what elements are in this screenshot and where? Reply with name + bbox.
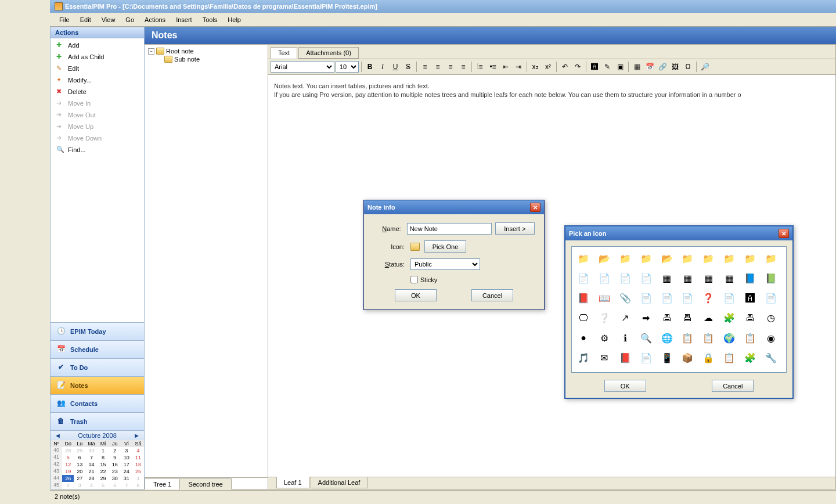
menu-go[interactable]: Go bbox=[121, 15, 139, 25]
picker-titlebar[interactable]: Pick an icon ✕ bbox=[565, 226, 792, 240]
dialog-titlebar[interactable]: Note info ✕ bbox=[364, 200, 544, 214]
picker-icon[interactable]: 📖 bbox=[597, 291, 611, 305]
align-left-button[interactable]: ≡ bbox=[419, 61, 431, 73]
cal-day[interactable]: 29 bbox=[98, 475, 109, 482]
leaf-tab-1[interactable]: Leaf 1 bbox=[276, 477, 309, 488]
picker-icon[interactable]: 📁 bbox=[764, 251, 778, 265]
picker-icon[interactable]: ◷ bbox=[764, 311, 778, 325]
picker-icon[interactable]: 🧩 bbox=[743, 351, 757, 365]
picker-icon[interactable]: 📋 bbox=[680, 331, 694, 345]
cal-day[interactable]: 44 bbox=[51, 475, 62, 482]
cal-day[interactable]: 11 bbox=[132, 454, 144, 461]
cal-day[interactable]: 28 bbox=[85, 475, 97, 482]
close-icon[interactable]: ✕ bbox=[779, 229, 789, 238]
cal-day[interactable]: 13 bbox=[74, 461, 85, 468]
picker-icon[interactable]: 🖵 bbox=[576, 311, 590, 325]
picker-icon[interactable]: ↗ bbox=[618, 311, 632, 325]
picker-icon[interactable]: ❓ bbox=[701, 291, 715, 305]
cal-day[interactable]: 30 bbox=[85, 447, 97, 454]
cal-day[interactable]: 28 bbox=[62, 447, 74, 454]
tree-child-node[interactable]: Sub note bbox=[164, 55, 264, 63]
picker-icon[interactable]: 📎 bbox=[618, 291, 632, 305]
picker-icon[interactable]: 🔧 bbox=[764, 351, 778, 365]
list-bullet-button[interactable]: •≡ bbox=[487, 61, 499, 73]
picker-icon[interactable]: 🔒 bbox=[701, 351, 715, 365]
picker-icon[interactable]: 📁 bbox=[701, 251, 715, 265]
menu-tools[interactable]: Tools bbox=[198, 15, 222, 25]
cal-day[interactable]: 23 bbox=[109, 468, 121, 475]
name-input[interactable] bbox=[407, 223, 492, 235]
cal-day[interactable]: 2 bbox=[109, 447, 121, 454]
cal-day[interactable]: 25 bbox=[132, 468, 144, 475]
cal-day[interactable]: 30 bbox=[109, 475, 121, 482]
cal-day[interactable]: 1 bbox=[98, 447, 109, 454]
picker-icon[interactable]: 🔍 bbox=[639, 331, 653, 345]
align-right-button[interactable]: ≡ bbox=[445, 61, 456, 73]
cal-day[interactable]: 18 bbox=[132, 461, 144, 468]
menu-file[interactable]: File bbox=[55, 15, 74, 25]
cal-day[interactable]: 22 bbox=[98, 468, 109, 475]
indent-button[interactable]: ⇥ bbox=[513, 61, 524, 73]
picker-icon[interactable]: 📁 bbox=[618, 251, 632, 265]
cancel-button[interactable]: Cancel bbox=[471, 289, 513, 301]
cal-day[interactable]: 12 bbox=[62, 461, 74, 468]
cal-day[interactable]: 4 bbox=[85, 482, 97, 489]
close-icon[interactable]: ✕ bbox=[530, 203, 540, 212]
cal-day[interactable]: 6 bbox=[74, 454, 85, 461]
picker-icon[interactable]: 🖶 bbox=[660, 311, 674, 325]
ok-button[interactable]: OK bbox=[395, 289, 437, 301]
cal-day[interactable]: 4 bbox=[132, 447, 144, 454]
picker-icon[interactable]: 🖶 bbox=[743, 311, 757, 325]
picker-icon[interactable]: 📄 bbox=[639, 351, 653, 365]
action-add[interactable]: Add bbox=[51, 39, 144, 51]
cal-day[interactable]: 16 bbox=[109, 461, 121, 468]
picker-icon[interactable]: ◉ bbox=[764, 331, 778, 345]
calendar-grid[interactable]: NºDoLuMaMiJuViSá402829301234415678910114… bbox=[51, 440, 144, 489]
undo-button[interactable]: ↶ bbox=[559, 61, 571, 73]
picker-icon[interactable]: 📋 bbox=[701, 331, 715, 345]
cal-day[interactable]: 2 bbox=[62, 482, 74, 489]
cal-next-icon[interactable]: ► bbox=[132, 432, 142, 439]
picker-icon[interactable]: 📱 bbox=[660, 351, 674, 365]
action-delete[interactable]: Delete bbox=[51, 86, 144, 98]
cal-day[interactable]: 26 bbox=[62, 475, 74, 482]
picker-cancel-button[interactable]: Cancel bbox=[712, 380, 754, 392]
collapse-icon[interactable]: − bbox=[148, 48, 154, 55]
picker-icon[interactable]: ➡ bbox=[639, 311, 653, 325]
picker-icon[interactable]: 📁 bbox=[639, 251, 653, 265]
action-find-[interactable]: Find... bbox=[51, 144, 144, 156]
nav-epim-today[interactable]: 🕓EPIM Today bbox=[51, 322, 144, 340]
cal-day[interactable]: 31 bbox=[121, 475, 132, 482]
picker-icon[interactable]: 📄 bbox=[639, 291, 653, 305]
insert-link-button[interactable]: 🔗 bbox=[657, 61, 668, 73]
picker-icon[interactable]: 📄 bbox=[660, 291, 674, 305]
picker-icon[interactable]: 🎵 bbox=[576, 351, 590, 365]
font-color-button[interactable]: 🅰 bbox=[589, 61, 600, 73]
picker-icon[interactable]: ▦ bbox=[701, 271, 715, 285]
cal-day[interactable]: 19 bbox=[62, 468, 74, 475]
superscript-button[interactable]: x² bbox=[542, 61, 554, 73]
cal-day[interactable]: 6 bbox=[109, 482, 121, 489]
highlight-button[interactable]: ✎ bbox=[601, 61, 613, 73]
picker-icon[interactable]: ⚙ bbox=[597, 331, 611, 345]
picker-icon[interactable]: 📋 bbox=[722, 351, 736, 365]
picker-icon[interactable]: 🌍 bbox=[722, 331, 736, 345]
font-size-select[interactable]: 10 bbox=[336, 61, 359, 73]
cal-day[interactable]: 10 bbox=[121, 454, 132, 461]
find-button[interactable]: 🔎 bbox=[699, 61, 711, 73]
cal-day[interactable]: 8 bbox=[98, 454, 109, 461]
cal-day[interactable]: 29 bbox=[74, 447, 85, 454]
picker-icon[interactable]: 📄 bbox=[680, 291, 694, 305]
picker-icon[interactable]: 📕 bbox=[576, 291, 590, 305]
picker-icon[interactable]: ▦ bbox=[660, 271, 674, 285]
picker-icon[interactable]: ☁ bbox=[701, 311, 715, 325]
cal-day[interactable]: 20 bbox=[74, 468, 85, 475]
picker-icon[interactable]: 📄 bbox=[722, 291, 736, 305]
insert-pic-button[interactable]: 🖼 bbox=[669, 61, 681, 73]
picker-icon[interactable]: 🖶 bbox=[680, 311, 694, 325]
cal-prev-icon[interactable]: ◄ bbox=[53, 432, 63, 439]
tree-tab-2[interactable]: Second tree bbox=[179, 478, 231, 489]
strike-button[interactable]: S bbox=[402, 61, 414, 73]
nav-trash[interactable]: 🗑Trash bbox=[51, 412, 144, 430]
cal-day[interactable]: 1 bbox=[132, 475, 144, 482]
